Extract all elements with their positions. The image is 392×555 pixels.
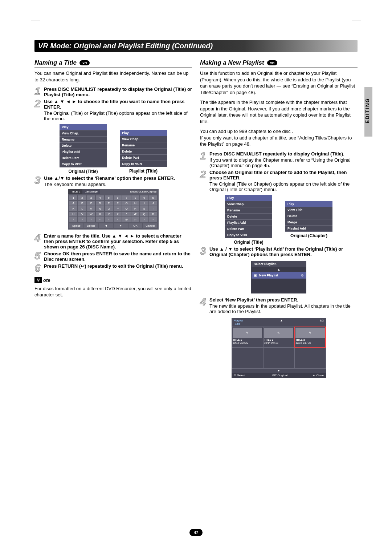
page-title-bar: VR Mode: Original and Playlist Editing (… <box>34 40 358 52</box>
kbd-key: K <box>69 206 77 211</box>
kbd-key: 7 <box>122 195 130 200</box>
up-arrow-icon: ▲ <box>277 268 281 271</box>
step-number-2: 2 <box>200 170 208 192</box>
step-6-bold: Press RETURN (↩) repeatedly to exit the … <box>44 263 183 269</box>
kbd-key: A <box>69 201 77 206</box>
r-step-3: 3 Use ▲ / ▼ to select ‘Playlist Add’ fro… <box>200 246 358 257</box>
kbd-key: * <box>87 217 95 222</box>
menu-caption: Playlist (Title) <box>120 169 167 174</box>
menu-item: Delete <box>225 214 272 220</box>
menu-item: Play <box>225 195 272 201</box>
r-step-2-plain: The Original (Title or Chapter) options … <box>209 181 358 192</box>
kbd-key: Æ <box>131 212 139 216</box>
kbd-key: M <box>87 206 95 211</box>
kbd-key: Ð <box>149 212 157 216</box>
intro-text: You can name Original and Playlist title… <box>34 70 192 83</box>
original-title-menu-r: Play View Chap. Rename Delete Playlist A… <box>225 195 272 238</box>
kbd-lang-value: English/Latin Capital <box>100 189 159 194</box>
new-playlist-label: New Playlist <box>259 274 278 277</box>
playlist-tile: ✎TITLE 210/14 0:5:12 <box>263 327 295 348</box>
kbd-key: * <box>122 212 130 216</box>
kbd-key: U <box>69 212 77 216</box>
kbd-key: * <box>140 217 148 222</box>
playlist-tile: ✎TITLE 110/12 0:25:20 <box>232 327 263 348</box>
right-para-3a: You can add up to 999 chapters to one di… <box>200 129 293 134</box>
menu-item: Delete Part <box>225 226 272 232</box>
kbd-key: 5 <box>105 195 113 200</box>
kbd-key: J <box>149 201 157 206</box>
kbd-key: Ø <box>122 217 130 222</box>
original-hint: LIST Original <box>271 374 288 377</box>
crop-mark <box>31 20 40 29</box>
menu-item: Play <box>60 124 107 130</box>
r-step-3-bold: Use ▲ / ▼ to select ‘Playlist Add’ from … <box>209 246 343 257</box>
kbd-key: W <box>87 212 95 216</box>
dot-icon: ⊙ <box>301 274 304 277</box>
menu-illustrations: Play View Chap. Rename Delete Playlist A… <box>34 124 192 174</box>
menu-item: Rename <box>225 207 272 214</box>
kbd-key: D <box>96 201 104 206</box>
kbd-key: 1 <box>69 195 77 200</box>
step-number-2: 2 <box>34 99 42 121</box>
kbd-key: N <box>96 206 104 211</box>
right-para-3: You can add up to 999 chapters to one di… <box>200 128 358 147</box>
step-3-plain: The Keyboard menu appears. <box>44 182 192 187</box>
step-1: 1 Press DISC MENU/LIST repeatedly to dis… <box>34 86 192 97</box>
kbd-key: Þ <box>131 217 139 222</box>
note-label-rest: ote <box>43 278 50 283</box>
menu-item: Copy to VCR <box>120 161 167 167</box>
kbd-key: G <box>122 201 130 206</box>
menu-item: Rename <box>120 142 167 149</box>
kbd-key: 2 <box>78 195 86 200</box>
step-2: 2 Use ▲ ▼ ◄ ► to choose the title you wa… <box>34 99 192 121</box>
step-2-plain: The Original (Title) or Playlist (Title)… <box>44 110 192 121</box>
kbd-key: 9 <box>140 195 148 200</box>
kbd-key: L <box>78 206 86 211</box>
list-icon: ▣ <box>254 274 257 277</box>
original-title-menu: Play View Chap. Rename Delete Playlist A… <box>60 124 107 167</box>
kbd-key: Y <box>105 212 113 216</box>
kbd-title-field: TITLE 2 <box>68 189 82 194</box>
menu-item: Playlist Add <box>285 226 332 232</box>
kbd-key: S <box>140 206 148 211</box>
step-number-3: 3 <box>34 175 42 187</box>
step-number-4: 4 <box>200 297 208 314</box>
step-number-4: 4 <box>34 233 42 250</box>
kbd-bottom-key: Cancel <box>143 223 157 228</box>
kbd-key: I <box>140 201 148 206</box>
step-number-6: 6 <box>34 263 42 273</box>
kbd-key: C <box>87 201 95 206</box>
original-chapter-menu-r: Play View Title Delete Merge Playlist Ad… <box>285 201 332 232</box>
kbd-key: X <box>96 212 104 216</box>
section-making-playlist: Making a New Playlist VR <box>200 59 358 68</box>
kbd-key: B <box>78 201 86 206</box>
r-step-2: 2 Choose an Original title or chapter to… <box>200 170 358 192</box>
step-5-bold: Choose OK then press ENTER to save the n… <box>44 251 191 262</box>
kbd-key: T <box>149 206 157 211</box>
kbd-bottom-key: OK <box>128 223 143 228</box>
playlist-counter: 3/3 <box>320 319 324 325</box>
close-hint: ↩ Close <box>313 374 324 377</box>
r-step-1-plain: If you want to display the Chapter menu,… <box>209 157 358 168</box>
playlist-screen: Playlist -Title ▲ 3/3 ✎TITLE 110/12 0:25… <box>232 318 326 378</box>
kbd-key: H <box>131 201 139 206</box>
select-playlist-panel: Select Playlist. ▲ ▣ New Playlist ⊙ <box>251 261 306 293</box>
kbd-key: F <box>114 201 122 206</box>
r-step-4: 4 Select ‘New Playlist’ then press ENTER… <box>200 297 358 314</box>
section-naming-title: Naming a Title VR <box>34 59 192 68</box>
section-heading: Making a New Playlist <box>200 59 264 66</box>
kbd-key: O <box>105 206 113 211</box>
kbd-bottom-key: Space <box>69 223 83 228</box>
section-heading: Naming a Title <box>34 59 77 66</box>
kbd-key: 4 <box>96 195 104 200</box>
menu-item: Delete <box>285 213 332 219</box>
page-title: VR Mode: Original and Playlist Editing (… <box>38 42 213 50</box>
step-number-1: 1 <box>200 151 208 168</box>
menu-item: Playlist Add <box>60 149 107 155</box>
kbd-key: * <box>114 217 122 222</box>
menu-item: Delete <box>60 143 107 149</box>
kbd-key: * <box>69 217 77 222</box>
kbd-lang-label: Language <box>82 189 100 194</box>
playlist-label: Playlist -Title <box>234 319 243 325</box>
r-step-2-bold: Choose an Original title or chapter to a… <box>209 170 347 181</box>
